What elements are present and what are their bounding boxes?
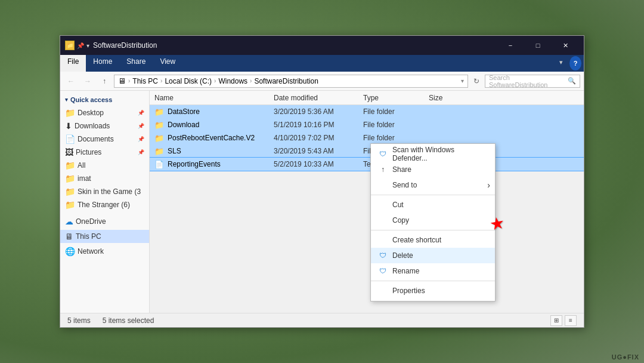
title-bar: 📁 📌 ▾ SoftwareDistribution − □ ✕ <box>60 36 584 55</box>
ctx-label-properties: Properties <box>392 287 425 295</box>
path-this-pc: This PC <box>132 77 158 85</box>
path-sep-3: › <box>214 78 216 84</box>
address-path[interactable]: 🖥 › This PC › Local Disk (C:) › Windows … <box>114 75 468 88</box>
ctx-label-scan: Scan with Windows Defender... <box>392 146 483 162</box>
refresh-button[interactable]: ↻ <box>470 75 482 87</box>
sidebar-item-imat[interactable]: 📁 imat <box>60 172 149 185</box>
address-bar: ← → ↑ 🖥 › This PC › Local Disk (C:) › Wi… <box>60 72 584 91</box>
col-header-type[interactable]: Type <box>363 94 429 102</box>
quick-access-label: Quick access <box>70 96 112 103</box>
up-button[interactable]: ↑ <box>97 74 112 88</box>
tab-share[interactable]: Share <box>119 55 153 72</box>
sidebar-item-all[interactable]: 📁 All <box>60 159 149 172</box>
sidebar-item-skin[interactable]: 📁 Skin in the Game (3 <box>60 185 149 198</box>
sidebar-onedrive[interactable]: ☁ OneDrive <box>60 215 149 228</box>
ribbon-collapse-btn[interactable]: ▾ <box>555 55 567 69</box>
context-menu-item-cut[interactable]: Cut <box>371 197 495 213</box>
tab-home[interactable]: Home <box>86 55 119 72</box>
pictures-icon: 🖼 <box>65 147 73 157</box>
sidebar-item-desktop[interactable]: 📁 Desktop 📌 <box>60 106 149 119</box>
table-row[interactable]: 📁 SLS 3/20/2019 5:43 AM File folder <box>150 144 584 158</box>
list-view-button[interactable]: ≡ <box>565 315 577 326</box>
window-icon: 📁 <box>65 41 75 50</box>
folder-icon: 📁 <box>154 134 164 143</box>
title-controls: − □ ✕ <box>497 36 579 55</box>
context-menu: 🛡 Scan with Windows Defender... ↑ Share … <box>370 143 496 302</box>
skin-icon: 📁 <box>65 187 75 196</box>
path-sep-2: › <box>160 78 162 84</box>
context-menu-item-delete[interactable]: 🛡 Delete <box>371 248 495 263</box>
file-name: ReportingEvents <box>168 160 221 168</box>
desktop-icon: 📁 <box>65 108 75 118</box>
context-menu-item-share[interactable]: ↑ Share <box>371 162 495 177</box>
title-icon-down: ▾ <box>86 42 89 49</box>
tab-file[interactable]: File <box>60 55 86 72</box>
file-name: PostRebootEventCache.V2 <box>168 134 255 142</box>
table-row[interactable]: 📁 Download 5/1/2019 10:16 PM File folder <box>150 118 584 131</box>
file-name: SLS <box>168 147 181 155</box>
stranger-icon: 📁 <box>65 200 75 210</box>
title-bar-icons: 📁 📌 ▾ <box>65 41 89 50</box>
ctx-label-send-to: Send to <box>392 181 417 189</box>
sidebar-quick-access: ▾ Quick access <box>60 93 149 106</box>
context-menu-item-copy[interactable]: Copy <box>371 213 495 228</box>
ctx-label-cut: Cut <box>392 201 404 209</box>
sidebar-item-downloads[interactable]: ⬇ Downloads 📌 <box>60 119 149 133</box>
folder-icon: 📁 <box>154 107 164 116</box>
ribbon-tabs: File Home Share View ▾ ? <box>60 55 584 72</box>
selected-count: 5 items selected <box>103 316 154 325</box>
this-pc-icon: 🖥 <box>65 232 73 241</box>
path-local-disk: Local Disk (C:) <box>165 77 212 85</box>
txt-icon: 📄 <box>154 160 164 169</box>
search-placeholder: Search SoftwareDistribution <box>489 74 565 88</box>
context-menu-item-create-shortcut[interactable]: Create shortcut <box>371 232 495 248</box>
forward-button[interactable]: → <box>80 74 95 88</box>
table-row[interactable]: 📁 DataStore 3/20/2019 5:36 AM File folde… <box>150 105 584 118</box>
file-name: Download <box>168 121 199 129</box>
ctx-icon-create-shortcut <box>378 235 388 245</box>
context-menu-item-scan[interactable]: 🛡 Scan with Windows Defender... <box>371 146 495 162</box>
title-icon-pin: 📌 <box>77 42 84 49</box>
table-row[interactable]: 📁 PostRebootEventCache.V2 4/10/2019 7:02… <box>150 131 584 144</box>
sidebar-item-pictures[interactable]: 🖼 Pictures 📌 <box>60 146 149 159</box>
network-icon: 🌐 <box>65 247 75 256</box>
ctx-icon-rename: 🛡 <box>378 266 388 276</box>
help-button[interactable]: ? <box>569 56 581 70</box>
ctx-label-create-shortcut: Create shortcut <box>392 236 441 244</box>
context-menu-item-properties[interactable]: Properties <box>371 283 495 299</box>
path-icon: 🖥 <box>118 76 126 85</box>
col-header-date[interactable]: Date modified <box>274 94 363 102</box>
sidebar-this-pc[interactable]: 🖥 This PC <box>60 230 149 243</box>
pin-icon-documents: 📌 <box>138 136 144 142</box>
col-header-name[interactable]: Name <box>154 94 274 102</box>
table-row[interactable]: 📄 ReportingEvents 5/2/2019 10:33 AM Text… <box>150 158 584 171</box>
sidebar-item-stranger[interactable]: 📁 The Stranger (6) <box>60 198 149 211</box>
file-date: 5/1/2019 10:16 PM <box>274 121 363 129</box>
ctx-icon-cut <box>378 200 388 210</box>
back-button[interactable]: ← <box>64 74 78 88</box>
status-bar: 5 items 5 items selected ⊞ ≡ <box>60 313 584 327</box>
path-softwaredist: SoftwareDistribution <box>254 77 318 85</box>
maximize-button[interactable]: □ <box>524 36 552 55</box>
context-menu-item-send-to[interactable]: Send to <box>371 177 495 193</box>
search-box[interactable]: Search SoftwareDistribution 🔍 <box>485 75 580 88</box>
file-type: File folder <box>363 121 429 129</box>
ctx-icon-scan: 🛡 <box>378 149 388 159</box>
close-button[interactable]: ✕ <box>552 36 579 55</box>
file-explorer-window: 📁 📌 ▾ SoftwareDistribution − □ ✕ File Ho… <box>60 35 584 328</box>
ctx-icon-send-to <box>378 180 388 190</box>
folder-icon: 📁 <box>154 147 164 156</box>
items-count: 5 items <box>67 316 91 325</box>
details-view-button[interactable]: ⊞ <box>550 315 562 326</box>
ctx-label-copy: Copy <box>392 216 409 224</box>
ctx-icon-properties <box>378 286 388 296</box>
context-menu-divider <box>371 281 495 281</box>
context-menu-item-rename[interactable]: 🛡 Rename <box>371 263 495 279</box>
sidebar-item-documents[interactable]: 📄 Documents 📌 <box>60 133 149 146</box>
tab-view[interactable]: View <box>153 55 182 72</box>
downloads-icon: ⬇ <box>65 121 72 131</box>
minimize-button[interactable]: − <box>497 36 524 55</box>
pin-icon-downloads: 📌 <box>138 123 144 129</box>
sidebar-network[interactable]: 🌐 Network <box>60 245 149 258</box>
col-header-size[interactable]: Size <box>429 94 476 102</box>
